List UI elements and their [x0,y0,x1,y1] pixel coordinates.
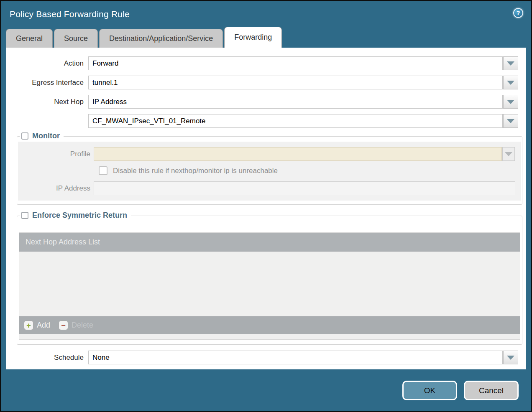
schedule-row: Schedule [6,351,526,364]
pbf-rule-dialog: Policy Based Forwarding Rule ? General S… [0,0,532,412]
next-hop-type-input[interactable] [88,95,503,109]
delete-button: − Delete [59,320,93,330]
minus-icon: − [59,320,68,330]
schedule-label: Schedule [6,354,88,362]
enforce-symmetric-return-label: Enforce Symmetric Return [32,211,127,220]
profile-input [94,147,502,161]
tab-destination-application-service[interactable]: Destination/Application/Service [99,29,223,48]
chevron-down-icon [505,152,512,156]
next-hop-address-list-table: Next Hop Address List + Add − Delete [19,232,520,340]
help-icon[interactable]: ? [513,8,523,18]
action-dropdown-button[interactable] [503,56,518,70]
help-icon-glyph: ? [517,10,520,16]
schedule-input[interactable] [88,351,503,364]
add-button[interactable]: + Add [24,320,50,330]
disable-rule-checkbox [99,166,107,175]
monitor-legend-label: Monitor [32,132,60,140]
next-hop-dropdown-button[interactable] [503,95,518,109]
chevron-down-icon [507,356,514,360]
tab-forwarding-label: Forwarding [234,33,272,42]
monitor-panel: Profile Disable this rule if nexthop/mon… [18,142,521,201]
plus-icon: + [24,320,33,330]
chevron-down-icon [507,81,514,85]
action-label: Action [6,59,88,68]
ok-button[interactable]: OK [402,381,457,400]
action-input[interactable] [88,56,503,70]
next-hop-address-dropdown-button[interactable] [503,114,518,128]
chevron-down-icon [507,100,514,104]
next-hop-label: Next Hop [6,98,88,106]
next-hop-address-list-header: Next Hop Address List [19,233,520,252]
tab-source[interactable]: Source [54,29,98,48]
next-hop-address-combo [88,114,518,128]
tab-destination-label: Destination/Application/Service [109,34,213,43]
monitor-legend: Monitor [20,132,64,140]
dialog-title: Policy Based Forwarding Rule [1,1,531,19]
tab-general[interactable]: General [6,29,53,48]
enforce-symmetric-return-checkbox[interactable] [21,212,28,219]
chevron-down-icon [507,119,514,123]
add-button-label: Add [37,321,50,330]
monitor-ip-address-row: IP Address [18,181,521,195]
profile-row: Profile [18,147,521,161]
egress-interface-label: Egress Interface [6,79,88,87]
enforce-symmetric-return-legend: Enforce Symmetric Return [20,211,131,220]
next-hop-address-list-body[interactable] [19,252,520,316]
enforce-symmetric-return-fieldset: Enforce Symmetric Return Next Hop Addres… [17,216,522,345]
monitor-ip-address-label: IP Address [18,184,94,193]
profile-combo [94,147,515,161]
monitor-ip-address-input [94,181,515,195]
tab-source-label: Source [64,34,88,43]
action-row: Action [6,56,526,70]
next-hop-address-list-header-label: Next Hop Address List [26,238,100,247]
next-hop-row: Next Hop [6,95,526,109]
next-hop-address-input[interactable] [88,114,503,128]
next-hop-combo [88,95,518,109]
tab-general-label: General [16,34,43,43]
schedule-combo [88,351,518,364]
disable-rule-label: Disable this rule if nexthop/monitor ip … [113,167,278,175]
egress-interface-dropdown-button[interactable] [503,76,518,89]
forwarding-tab-panel: Action Egress Interface Next Hop [6,48,526,369]
cancel-button[interactable]: Cancel [464,381,519,400]
disable-rule-row: Disable this rule if nexthop/monitor ip … [99,166,521,175]
chevron-down-icon [507,61,514,66]
profile-label: Profile [18,150,94,158]
profile-dropdown-button [502,147,515,161]
delete-button-label: Delete [72,321,93,330]
schedule-dropdown-button[interactable] [503,351,518,364]
egress-interface-combo [88,76,518,89]
monitor-checkbox[interactable] [21,132,28,140]
next-hop-address-list-toolbar: + Add − Delete [19,316,520,334]
monitor-fieldset: Monitor Profile Disable this rule if nex… [17,136,522,205]
egress-interface-row: Egress Interface [6,76,526,89]
dialog-footer: OK Cancel [1,369,531,400]
title-bar: Policy Based Forwarding Rule ? [1,1,531,27]
next-hop-address-row [6,114,526,128]
egress-interface-input[interactable] [88,76,503,89]
tab-forwarding[interactable]: Forwarding [224,27,282,48]
tab-bar: General Source Destination/Application/S… [1,27,531,48]
action-combo [88,56,518,70]
